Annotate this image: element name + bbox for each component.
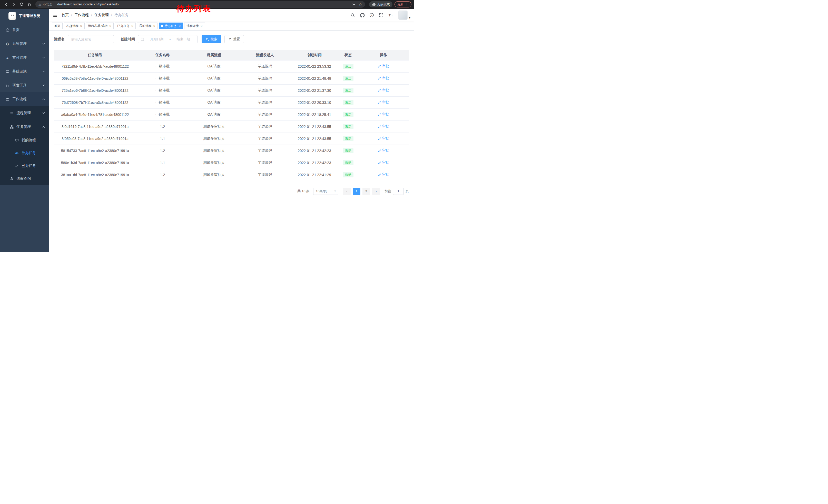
- back-icon[interactable]: [3, 1, 10, 8]
- user-icon: [9, 177, 14, 181]
- reset-button[interactable]: 重置: [224, 35, 244, 43]
- tab-发起流程[interactable]: 发起流程×: [64, 22, 85, 29]
- user-menu[interactable]: ▾: [398, 10, 410, 20]
- font-size-icon[interactable]: TT: [388, 12, 394, 18]
- key-icon[interactable]: [350, 1, 356, 7]
- approve-link[interactable]: 审批: [378, 76, 389, 81]
- page-size-select[interactable]: 10条/页 ▾: [313, 188, 338, 195]
- process-name: OA 请假: [189, 96, 239, 108]
- app-logo-row[interactable]: 芋道管理系统: [0, 9, 49, 23]
- page-button-2[interactable]: 2: [363, 188, 370, 195]
- tab-首页[interactable]: 首页: [52, 22, 63, 29]
- sidebar-item-todo-task[interactable]: 待办任务: [0, 147, 49, 159]
- task-name: 一级审批: [136, 84, 189, 96]
- tab-close-icon[interactable]: ×: [201, 25, 203, 28]
- forward-icon[interactable]: [10, 1, 17, 8]
- tab-close-icon[interactable]: ×: [80, 25, 82, 28]
- approve-link[interactable]: 审批: [378, 100, 389, 104]
- tab-close-icon[interactable]: ×: [110, 25, 112, 28]
- tab-我的流程[interactable]: 我的流程×: [137, 22, 158, 29]
- approve-link[interactable]: 审批: [378, 136, 389, 141]
- search-icon[interactable]: [350, 12, 356, 18]
- action-cell: 审批: [358, 108, 409, 121]
- sidebar-item-label: 任务管理: [16, 125, 40, 129]
- goto-page-input[interactable]: [393, 188, 404, 195]
- task-name: 一级审批: [136, 72, 189, 84]
- edit-icon: [378, 173, 381, 176]
- security-chip[interactable]: ⚠ 不安全: [38, 2, 52, 7]
- star-icon[interactable]: ☆: [357, 1, 364, 7]
- approve-label: 审批: [382, 88, 389, 93]
- approve-link[interactable]: 审批: [378, 160, 389, 165]
- action-cell: 审批: [358, 121, 409, 133]
- date-range-picker[interactable]: 开始日期 - 结束日期: [138, 35, 198, 43]
- tab-流程表单-编辑[interactable]: 流程表单-编辑×: [86, 22, 114, 29]
- approve-link[interactable]: 审批: [378, 64, 389, 68]
- breadcrumb-item[interactable]: 任务管理: [94, 13, 109, 17]
- browser-menu-icon[interactable]: ⋮: [405, 3, 409, 6]
- caret-down-icon: ▾: [409, 16, 410, 20]
- tab-label: 已办任务: [117, 24, 129, 28]
- status-badge: 激活: [343, 124, 354, 129]
- sidebar-item-leave-query[interactable]: 请假查询: [0, 172, 49, 185]
- fullscreen-icon[interactable]: [378, 12, 384, 18]
- tab-流程详情[interactable]: 流程详情×: [184, 22, 205, 29]
- sidebar-item-label: 支付管理: [12, 55, 40, 60]
- next-page-button[interactable]: ›: [372, 188, 380, 195]
- avatar[interactable]: [398, 10, 408, 20]
- hamburger-icon[interactable]: [49, 9, 61, 21]
- status-badge: 激活: [343, 148, 354, 153]
- url-text[interactable]: dashboard.yudao.iocoder.cn/bpm/task/todo: [57, 3, 349, 6]
- sidebar-item-system[interactable]: ⚙ 系统管理: [0, 37, 49, 51]
- tab-close-icon[interactable]: ×: [131, 25, 133, 28]
- column-header: 任务名称: [136, 50, 189, 60]
- approve-label: 审批: [382, 124, 389, 129]
- sidebar-item-my-process[interactable]: 我的流程: [0, 134, 49, 147]
- sidebar-item-workflow[interactable]: 工作流程: [0, 92, 49, 106]
- approve-link[interactable]: 审批: [378, 172, 389, 177]
- sidebar-item-label: 请假查询: [16, 176, 45, 181]
- status-cell: 激活: [338, 60, 358, 72]
- status-cell: 激活: [338, 84, 358, 96]
- help-icon[interactable]: ?: [369, 12, 374, 18]
- sidebar-item-payment[interactable]: ¥ 支付管理: [0, 51, 49, 64]
- sidebar-item-home[interactable]: 首页: [0, 23, 49, 37]
- tab-待办任务[interactable]: 待办任务×: [159, 22, 183, 29]
- github-icon[interactable]: [359, 12, 365, 18]
- end-date-placeholder[interactable]: 结束日期: [172, 37, 195, 42]
- tab-label: 我的流程: [139, 24, 152, 28]
- process-name-input[interactable]: [68, 35, 114, 43]
- update-button[interactable]: 更新 ⋮: [395, 1, 411, 7]
- tab-已办任务[interactable]: 已办任务×: [115, 22, 136, 29]
- sidebar-item-done-task[interactable]: 已办任务: [0, 159, 49, 172]
- page-button-1[interactable]: 1: [353, 188, 360, 195]
- prev-page-button[interactable]: ‹: [343, 188, 350, 195]
- approve-link[interactable]: 审批: [378, 88, 389, 93]
- table-header-row: 任务编号任务名称所属流程流程发起人创建时间状态操作: [54, 50, 409, 60]
- edit-icon: [378, 101, 381, 104]
- address-bar[interactable]: ⚠ 不安全 dashboard.yudao.iocoder.cn/bpm/tas…: [35, 1, 365, 8]
- svg-text:T: T: [388, 13, 391, 17]
- initiator: 芋道源码: [239, 145, 291, 156]
- breadcrumb-item[interactable]: 首页: [61, 13, 69, 17]
- sidebar-item-process-management[interactable]: 流程管理: [0, 106, 49, 120]
- home-icon[interactable]: [26, 1, 33, 8]
- status-badge: 激活: [343, 160, 354, 165]
- breadcrumb-item[interactable]: 工作流程: [74, 13, 89, 17]
- reload-icon[interactable]: [18, 1, 25, 8]
- status-cell: 激活: [338, 121, 358, 133]
- sidebar-item-infrastructure[interactable]: 基础设施: [0, 64, 49, 79]
- initiator: 芋道源码: [239, 169, 291, 181]
- tab-close-icon[interactable]: ×: [153, 25, 156, 28]
- approve-link[interactable]: 审批: [378, 124, 389, 129]
- approve-link[interactable]: 审批: [378, 112, 389, 117]
- tab-close-icon[interactable]: ×: [178, 25, 180, 28]
- sidebar-item-task-management[interactable]: 任务管理: [0, 120, 49, 134]
- start-date-placeholder[interactable]: 开始日期: [145, 37, 169, 42]
- date-range-separator: -: [170, 37, 171, 41]
- edit-icon: [378, 125, 381, 128]
- task-name: 1.1: [136, 156, 189, 169]
- search-button[interactable]: 搜索: [202, 35, 221, 43]
- approve-link[interactable]: 审批: [378, 148, 389, 153]
- sidebar-item-devtools[interactable]: 研发工具: [0, 79, 49, 92]
